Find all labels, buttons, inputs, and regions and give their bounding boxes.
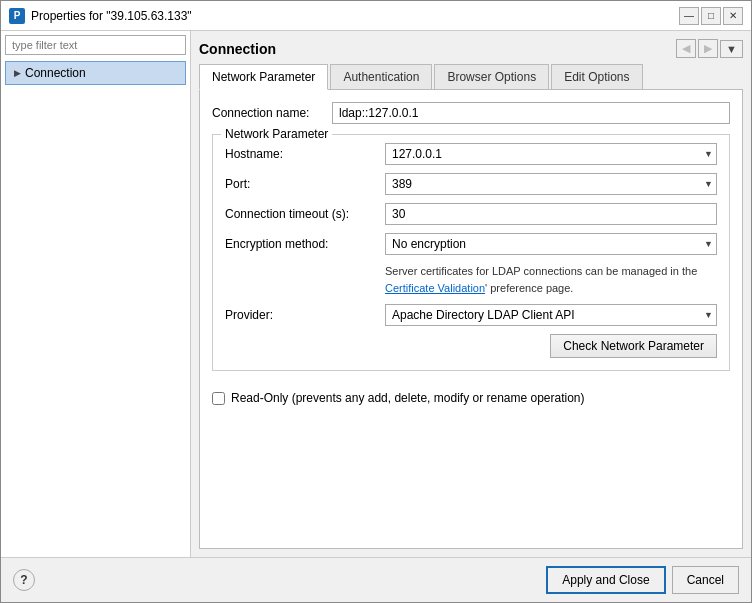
panel-header: Connection ◀ ▶ ▼ bbox=[199, 39, 743, 58]
main-content: ▶ Connection Connection ◀ ▶ ▼ Network Pa… bbox=[1, 31, 751, 557]
connection-name-input[interactable] bbox=[332, 102, 730, 124]
maximize-button[interactable]: □ bbox=[701, 7, 721, 25]
connection-name-label: Connection name: bbox=[212, 106, 332, 120]
encryption-select[interactable]: No encryption Use SSL encryption (ldaps:… bbox=[385, 233, 717, 255]
tab-edit-options[interactable]: Edit Options bbox=[551, 64, 642, 89]
readonly-checkbox-row: Read-Only (prevents any add, delete, mod… bbox=[212, 383, 730, 413]
sidebar: ▶ Connection bbox=[1, 31, 191, 557]
nav-dropdown-button[interactable]: ▼ bbox=[720, 40, 743, 58]
cert-note: Server certificates for LDAP connections… bbox=[385, 263, 717, 296]
help-button[interactable]: ? bbox=[13, 569, 35, 591]
encryption-row: Encryption method: No encryption Use SSL… bbox=[225, 233, 717, 255]
bottom-actions: Apply and Close Cancel bbox=[546, 566, 739, 594]
sidebar-item-label: Connection bbox=[25, 66, 86, 80]
connection-name-row: Connection name: bbox=[212, 102, 730, 124]
hostname-label: Hostname: bbox=[225, 147, 385, 161]
timeout-label: Connection timeout (s): bbox=[225, 207, 385, 221]
hostname-row: Hostname: 127.0.0.1 ▼ bbox=[225, 143, 717, 165]
readonly-label: Read-Only (prevents any add, delete, mod… bbox=[231, 391, 585, 405]
panel-title: Connection bbox=[199, 41, 276, 57]
tab-content: Connection name: Network Parameter Hostn… bbox=[199, 90, 743, 549]
tab-browser-options[interactable]: Browser Options bbox=[434, 64, 549, 89]
provider-row: Provider: Apache Directory LDAP Client A… bbox=[225, 304, 717, 326]
provider-select-wrapper: Apache Directory LDAP Client API ▼ bbox=[385, 304, 717, 326]
title-bar-controls: — □ ✕ bbox=[679, 7, 743, 25]
port-select-wrapper: 389 ▼ bbox=[385, 173, 717, 195]
bottom-bar: ? Apply and Close Cancel bbox=[1, 557, 751, 602]
hostname-select-wrapper: 127.0.0.1 ▼ bbox=[385, 143, 717, 165]
nav-arrows: ◀ ▶ ▼ bbox=[676, 39, 743, 58]
timeout-row: Connection timeout (s): bbox=[225, 203, 717, 225]
close-button[interactable]: ✕ bbox=[723, 7, 743, 25]
port-row: Port: 389 ▼ bbox=[225, 173, 717, 195]
provider-label: Provider: bbox=[225, 308, 385, 322]
cancel-button[interactable]: Cancel bbox=[672, 566, 739, 594]
cert-link[interactable]: Certificate Validation bbox=[385, 282, 485, 294]
nav-forward-button[interactable]: ▶ bbox=[698, 39, 718, 58]
network-parameter-section: Network Parameter Hostname: 127.0.0.1 ▼ bbox=[212, 134, 730, 371]
filter-input[interactable] bbox=[5, 35, 186, 55]
tab-authentication[interactable]: Authentication bbox=[330, 64, 432, 89]
section-group-title: Network Parameter bbox=[221, 127, 332, 141]
right-panel: Connection ◀ ▶ ▼ Network Parameter Authe… bbox=[191, 31, 751, 557]
provider-select[interactable]: Apache Directory LDAP Client API bbox=[385, 304, 717, 326]
nav-back-button[interactable]: ◀ bbox=[676, 39, 696, 58]
port-label: Port: bbox=[225, 177, 385, 191]
title-bar: P Properties for "39.105.63.133" — □ ✕ bbox=[1, 1, 751, 31]
encryption-select-wrapper: No encryption Use SSL encryption (ldaps:… bbox=[385, 233, 717, 255]
minimize-button[interactable]: — bbox=[679, 7, 699, 25]
hostname-select[interactable]: 127.0.0.1 bbox=[385, 143, 717, 165]
tab-bar: Network Parameter Authentication Browser… bbox=[199, 64, 743, 90]
tab-network-parameter[interactable]: Network Parameter bbox=[199, 64, 328, 90]
window-icon: P bbox=[9, 8, 25, 24]
check-network-button[interactable]: Check Network Parameter bbox=[550, 334, 717, 358]
window-title: Properties for "39.105.63.133" bbox=[31, 9, 673, 23]
check-btn-row: Check Network Parameter bbox=[225, 334, 717, 358]
sidebar-arrow-icon: ▶ bbox=[14, 68, 21, 78]
apply-close-button[interactable]: Apply and Close bbox=[546, 566, 665, 594]
sidebar-item-connection[interactable]: ▶ Connection bbox=[5, 61, 186, 85]
timeout-input[interactable] bbox=[385, 203, 717, 225]
port-select[interactable]: 389 bbox=[385, 173, 717, 195]
readonly-checkbox[interactable] bbox=[212, 392, 225, 405]
encryption-label: Encryption method: bbox=[225, 237, 385, 251]
main-window: P Properties for "39.105.63.133" — □ ✕ ▶… bbox=[0, 0, 752, 603]
